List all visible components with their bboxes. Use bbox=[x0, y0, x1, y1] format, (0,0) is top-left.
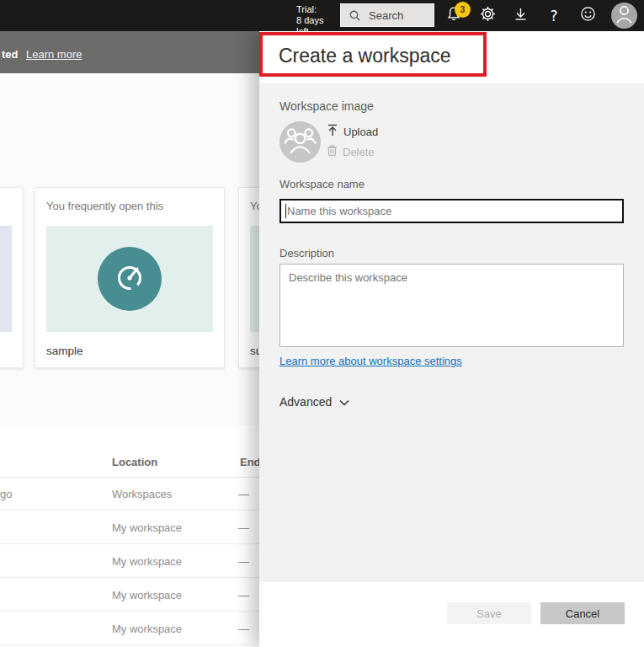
advanced-toggle[interactable]: Advanced bbox=[279, 395, 349, 409]
workspace-image-label: Workspace image bbox=[279, 99, 374, 113]
upload-image-button[interactable]: Upload bbox=[327, 124, 378, 139]
smiley-icon bbox=[580, 6, 596, 25]
cancel-button[interactable]: Cancel bbox=[540, 602, 625, 624]
panel-footer: Save Cancel bbox=[259, 582, 644, 647]
cell-endorsement: — bbox=[238, 555, 249, 568]
card-thumbnail bbox=[0, 226, 12, 332]
group-icon bbox=[279, 120, 321, 164]
cell-location: Workspaces bbox=[112, 488, 172, 500]
frequent-card-left[interactable] bbox=[0, 187, 24, 368]
banner-learn-more-link[interactable]: Learn more bbox=[26, 48, 82, 61]
card-title: sample bbox=[46, 345, 83, 357]
save-button[interactable]: Save bbox=[447, 602, 531, 624]
person-icon bbox=[611, 1, 637, 30]
search-input[interactable]: Search bbox=[340, 3, 434, 27]
trial-status: Trial: 8 days left bbox=[296, 4, 338, 37]
cell-endorsement: — bbox=[238, 623, 249, 635]
help-button[interactable]: ? bbox=[541, 0, 567, 31]
advanced-label: Advanced bbox=[279, 395, 332, 409]
download-button[interactable] bbox=[508, 0, 533, 31]
trial-label: Trial: bbox=[296, 4, 338, 15]
download-icon bbox=[514, 7, 528, 25]
cell-endorsement: — bbox=[238, 521, 249, 534]
feedback-button[interactable] bbox=[575, 0, 600, 31]
column-header-endorsement[interactable]: End bbox=[240, 456, 261, 468]
description-label: Description bbox=[279, 247, 334, 259]
settings-button[interactable] bbox=[475, 0, 500, 31]
workspace-name-input[interactable] bbox=[279, 199, 624, 223]
search-placeholder: Search bbox=[369, 9, 403, 22]
delete-label: Delete bbox=[343, 146, 375, 158]
notification-badge: 3 bbox=[455, 2, 471, 18]
trash-icon bbox=[327, 144, 338, 159]
card-thumbnail bbox=[46, 226, 213, 332]
create-workspace-panel: Create a workspace Workspace image Uploa… bbox=[259, 31, 644, 647]
delete-image-button[interactable]: Delete bbox=[327, 144, 375, 159]
gear-icon bbox=[480, 6, 496, 25]
cell-location: My workspace bbox=[112, 589, 182, 602]
cell-endorsement: — bbox=[238, 488, 249, 500]
cell-modified: go bbox=[0, 488, 12, 500]
frequent-card-sample[interactable]: You frequently open this sample bbox=[35, 187, 225, 368]
workspace-settings-link[interactable]: Learn more about workspace settings bbox=[279, 355, 462, 367]
cell-location: My workspace bbox=[112, 521, 182, 534]
text-caret bbox=[285, 204, 286, 218]
panel-title: Create a workspace bbox=[279, 45, 451, 67]
cell-endorsement: — bbox=[238, 589, 249, 602]
top-bar: Trial: 8 days left Search 3 ? bbox=[0, 0, 644, 31]
chevron-down-icon bbox=[339, 395, 349, 409]
user-avatar[interactable] bbox=[611, 3, 637, 29]
column-header-location[interactable]: Location bbox=[112, 456, 157, 468]
panel-body: Workspace image Upload Delete Workspace … bbox=[259, 83, 644, 582]
workspace-name-label: Workspace name bbox=[279, 178, 365, 190]
card-frequent-header: You frequently open this bbox=[46, 200, 163, 212]
question-mark-icon: ? bbox=[550, 8, 557, 24]
trial-days-left: 8 days left bbox=[296, 15, 338, 37]
banner-text-truncated: ted bbox=[2, 48, 19, 61]
workspace-image-placeholder bbox=[279, 121, 321, 163]
upload-label: Upload bbox=[343, 126, 378, 138]
gauge-icon bbox=[113, 260, 146, 297]
search-icon bbox=[349, 9, 361, 22]
description-textarea[interactable] bbox=[279, 264, 624, 347]
upload-icon bbox=[327, 124, 338, 139]
dashboard-tile-circle bbox=[98, 247, 162, 311]
cell-location: My workspace bbox=[112, 555, 182, 568]
cell-location: My workspace bbox=[112, 623, 182, 635]
